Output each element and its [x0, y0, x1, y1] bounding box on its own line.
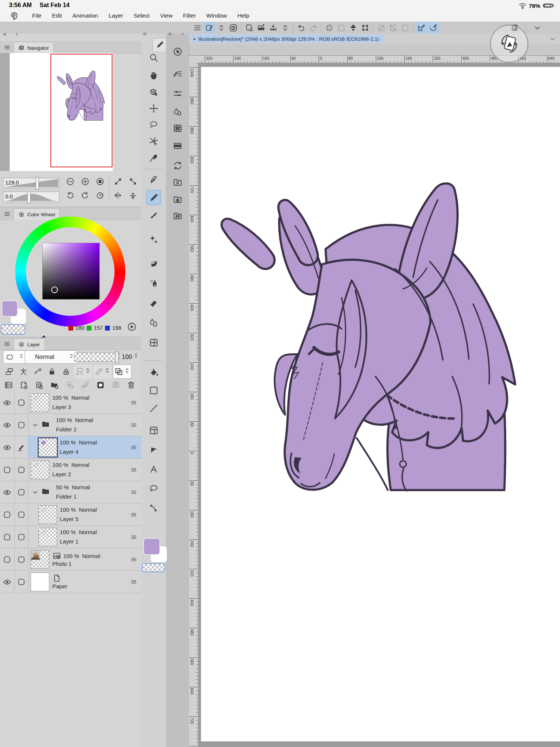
folder-expand-icon[interactable]	[31, 421, 39, 429]
layer-panel-menu-icon[interactable]	[4, 341, 10, 347]
figure-tool[interactable]	[146, 401, 161, 416]
folder-expand-icon[interactable]	[31, 488, 39, 496]
layer-visibility-checkbox[interactable]	[0, 459, 15, 481]
saturation-value-square[interactable]	[42, 243, 100, 300]
new-vector-layer-button[interactable]	[31, 379, 47, 391]
balloon-tool[interactable]	[146, 481, 161, 496]
layer-property-button[interactable]	[1, 379, 16, 391]
rotate-left-button[interactable]	[64, 189, 76, 201]
toolbox-main-color-swatch[interactable]	[144, 539, 160, 554]
decoration-tool[interactable]	[146, 232, 161, 247]
material-download-panel[interactable]	[170, 174, 185, 189]
draft-layer-button[interactable]	[31, 365, 45, 378]
layer-drag-handle[interactable]	[129, 443, 137, 450]
layer-drag-handle[interactable]	[129, 577, 137, 585]
move-layer-tool[interactable]	[146, 101, 161, 116]
new-canvas-button[interactable]	[243, 22, 255, 33]
layer-visibility-eye-icon[interactable]	[0, 571, 15, 593]
transform-button[interactable]	[359, 22, 371, 33]
tab-color-wheel[interactable]: Color Wheel	[13, 208, 60, 220]
brush-size-panel[interactable]	[170, 105, 185, 120]
correct-line-tool[interactable]	[146, 500, 161, 515]
menu-window[interactable]: Window	[206, 12, 227, 19]
actual-size-button[interactable]	[127, 176, 139, 187]
color-wheel-menu-icon[interactable]	[4, 211, 10, 217]
operation-tool[interactable]	[146, 84, 161, 99]
toolbar-more-button[interactable]	[531, 22, 543, 33]
layer-thumbnail[interactable]	[31, 393, 49, 412]
layer-thumbnail[interactable]	[31, 461, 49, 479]
invert-selection-button[interactable]	[387, 22, 399, 33]
canvas-viewport[interactable]	[198, 63, 560, 747]
zoom-out-button[interactable]	[64, 176, 76, 187]
save-button[interactable]	[267, 22, 279, 33]
direct-draw-tool[interactable]	[146, 442, 161, 457]
create-layer-mask-button[interactable]	[93, 379, 108, 391]
color-set-panel[interactable]	[170, 121, 185, 136]
navigator-zoom-slider[interactable]: 129.0	[3, 178, 59, 188]
layer-row-layer-5[interactable]: 100 % NormalLayer 5	[0, 503, 141, 526]
panel-back-icon[interactable]: ‹	[16, 30, 18, 38]
pen-settings-button[interactable]	[203, 22, 215, 33]
frame-border-tool[interactable]	[146, 335, 161, 350]
collapse-panels-icon[interactable]: «	[3, 30, 6, 38]
strip-collapse-icon[interactable]: «	[168, 30, 171, 37]
open-file-button[interactable]	[255, 22, 267, 33]
layer-select-checkbox[interactable]	[14, 571, 28, 593]
menu-help[interactable]: Help	[237, 12, 249, 19]
lock-layer-button[interactable]	[45, 365, 59, 378]
snap-to-ruler-button[interactable]	[415, 22, 427, 33]
fit-to-screen-button[interactable]	[94, 176, 106, 187]
clip-studio-logo-icon[interactable]	[9, 11, 19, 21]
flip-horizontal-button[interactable]	[112, 189, 124, 201]
snap-to-special-ruler-button[interactable]	[427, 22, 439, 33]
layer-visibility-eye-icon[interactable]	[0, 436, 15, 458]
brush-tool[interactable]	[146, 208, 161, 223]
material-3d-panel[interactable]	[170, 192, 185, 207]
reset-rotation-button[interactable]	[94, 189, 106, 201]
layer-editing-pencil-icon[interactable]	[14, 436, 28, 458]
layer-drag-handle[interactable]	[129, 555, 137, 562]
flip-vertical-button[interactable]	[127, 189, 139, 201]
layer-visibility-eye-icon[interactable]	[0, 414, 15, 436]
menu-view[interactable]: View	[160, 12, 173, 19]
hand-tool[interactable]	[146, 68, 161, 83]
thumbnail-clip-button[interactable]	[2, 365, 16, 378]
deselect-button[interactable]	[375, 22, 387, 33]
layer-drag-handle[interactable]	[129, 510, 137, 518]
strip-forward-icon[interactable]: ›	[182, 30, 184, 37]
navigator-rotation-slider[interactable]: 0.0	[3, 192, 59, 202]
eraser-mode-button[interactable]	[347, 22, 359, 33]
pastel-tool[interactable]	[146, 256, 161, 271]
layer-thumbnail[interactable]	[31, 573, 49, 591]
layer-select-checkbox[interactable]	[14, 414, 28, 436]
blend-mode-dropdown[interactable]: Normal	[25, 350, 78, 364]
select-layer-source-button[interactable]	[16, 365, 31, 378]
menu-filter[interactable]: Filter	[183, 12, 196, 19]
delete-layer-button[interactable]	[123, 379, 139, 391]
fill-tool[interactable]	[146, 365, 161, 380]
rotate-right-button[interactable]	[79, 189, 91, 201]
menu-select[interactable]: Select	[133, 12, 149, 19]
layer-thumbnail[interactable]	[38, 505, 57, 524]
color-mode-toggle-icon[interactable]	[127, 322, 137, 332]
auto-action-panel[interactable]	[170, 158, 185, 173]
clip-studio-button[interactable]	[227, 22, 239, 33]
layer-select-checkbox[interactable]	[14, 391, 28, 413]
layer-opacity-slider[interactable]	[74, 353, 120, 362]
save-options-button[interactable]	[279, 22, 291, 33]
navigator-preview[interactable]	[10, 53, 113, 171]
zoom-slider-handle[interactable]	[35, 177, 39, 190]
layer-row-layer-4[interactable]: 100 % NormalLayer 4	[0, 436, 141, 459]
transparent-color-swatch[interactable]	[1, 325, 25, 334]
rotation-slider-handle[interactable]	[27, 191, 31, 204]
layer-drag-handle[interactable]	[129, 398, 137, 406]
menu-animation[interactable]: Animation	[72, 12, 98, 19]
collapse-tools-icon[interactable]: «	[143, 30, 146, 37]
layer-visibility-checkbox[interactable]	[0, 503, 15, 526]
layer-row-folder-1[interactable]: 50 % NormalFolder 1	[0, 481, 141, 503]
layer-thumbnail[interactable]	[38, 528, 57, 546]
airbrush-tool[interactable]	[146, 276, 161, 291]
color-picker-cursor[interactable]	[51, 286, 58, 293]
frame-template-tool[interactable]	[146, 423, 161, 438]
